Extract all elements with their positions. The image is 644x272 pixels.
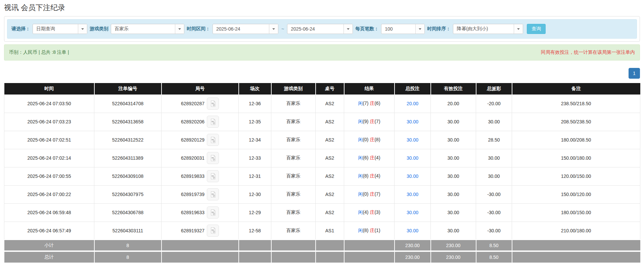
cell-table-no: AS2 — [316, 94, 344, 113]
date-from-select[interactable]: 2025-06-24 — [213, 24, 278, 34]
betting-records-table: 时间 注单编号 局号 场次 游戏类别 桌号 结果 总投注 有效投注 总派彩 备注… — [4, 83, 640, 263]
page-size-select[interactable]: 100 — [381, 24, 425, 34]
cell-round-id: 628920031 — [162, 149, 239, 167]
video-replay-button[interactable] — [207, 206, 219, 219]
result-banker-label: 庄 — [370, 119, 374, 124]
table-row: 2025-06-24 07:00:22 522604307975 6289197… — [4, 185, 640, 203]
summary-bar: 币别：人民币 | 总共 :8 注单 | 同局有效投注，统一计算在该局第一张注单内 — [4, 44, 640, 61]
round-id-text: 628919633 — [181, 210, 204, 215]
total-bet-link[interactable]: 30.00 — [407, 228, 418, 233]
video-replay-button[interactable] — [207, 152, 219, 164]
cell-result: 闲(7) 庄(6) — [344, 94, 395, 113]
result-player-label: 闲 — [358, 228, 363, 233]
page-size-label: 每页笔数： — [355, 26, 379, 32]
result-banker-score: (7) — [374, 191, 380, 197]
page-button-1[interactable]: 1 — [629, 68, 640, 79]
result-banker-label: 庄 — [370, 137, 374, 142]
cell-round-id: 628919833 — [162, 167, 239, 185]
video-replay-button[interactable] — [207, 170, 219, 182]
cell-payout: 28.50 — [476, 131, 512, 149]
video-replay-button[interactable] — [207, 188, 219, 200]
cell-game-type: 百家乐 — [271, 94, 316, 113]
filter-bar: 请选择： 日期查询 游戏类别 百家乐 时间区间： 2025-06-24 ~ 20… — [7, 19, 637, 39]
total-bet-link[interactable]: 30.00 — [407, 119, 418, 124]
cell-bet-id: 522604312522 — [94, 131, 162, 149]
filter-panel: 请选择： 日期查询 游戏类别 百家乐 时间区间： 2025-06-24 ~ 20… — [4, 16, 640, 42]
search-button[interactable]: 查询 — [527, 24, 546, 34]
video-file-icon — [210, 173, 217, 180]
chevron-down-icon[interactable] — [514, 24, 523, 34]
result-banker-label: 庄 — [370, 191, 374, 197]
result-player-label: 闲 — [358, 191, 363, 197]
game-type-select[interactable]: 百家乐 — [111, 24, 184, 34]
currency-summary-text: 币别：人民币 | 总共 :8 注单 | — [9, 49, 69, 55]
cell-remark: 120.00/150.00 — [512, 167, 640, 185]
cell-remark: 238.50/218.50 — [512, 94, 640, 113]
time-sort-select[interactable]: 降幂(由大到小) — [453, 24, 523, 34]
video-replay-button[interactable] — [207, 134, 219, 146]
cell-valid-bet: 30.00 — [431, 222, 476, 240]
cell-bet-id: 522604306788 — [94, 203, 162, 222]
cell-total-bet: 30.00 — [395, 149, 431, 167]
result-banker-score: (6) — [374, 101, 380, 106]
round-id-text: 628919327 — [181, 228, 204, 233]
result-banker-label: 庄 — [370, 101, 374, 106]
result-banker-label: 庄 — [370, 209, 374, 215]
cell-remark: 210.00/180.00 — [512, 222, 640, 240]
video-replay-button[interactable] — [207, 225, 219, 237]
result-player-score: (4) — [363, 209, 368, 215]
chevron-down-icon[interactable] — [343, 24, 353, 34]
query-type-select[interactable]: 日期查询 — [33, 24, 87, 34]
total-bet-link[interactable]: 30.00 — [407, 155, 418, 161]
header-total-bet: 总投注 — [395, 83, 431, 94]
table-row: 2025-06-24 07:00:55 522604309108 6289198… — [4, 167, 640, 185]
page-title: 视讯 会员下注纪录 — [4, 3, 640, 13]
cell-remark: 150.00/180.00 — [512, 149, 640, 167]
total-bet-link[interactable]: 20.00 — [407, 101, 418, 106]
cell-game-type: 百家乐 — [271, 222, 316, 240]
cell-bet-id: 522604311389 — [94, 149, 162, 167]
cell-time: 2025-06-24 07:00:22 — [4, 185, 94, 203]
valid-bet-note: 同局有效投注，统一计算在该局第一张注单内 — [541, 49, 635, 55]
chevron-down-icon[interactable] — [78, 24, 87, 34]
grand-total-valid-bet: 230.00 — [431, 251, 476, 263]
cell-remark: 180.00/208.50 — [512, 131, 640, 149]
cell-remark: 150.00/120.00 — [512, 185, 640, 203]
cell-round-id: 628919327 — [162, 222, 239, 240]
cell-total-bet: 30.00 — [395, 113, 431, 131]
result-player-label: 闲 — [358, 119, 363, 124]
cell-payout: 30.00 — [476, 167, 512, 185]
cell-valid-bet: 30.00 — [431, 149, 476, 167]
result-banker-score: (3) — [374, 209, 380, 215]
header-remark: 备注 — [512, 83, 640, 94]
total-bet-link[interactable]: 30.00 — [407, 192, 418, 197]
result-player-score: (7) — [363, 101, 368, 106]
cell-time: 2025-06-24 07:02:14 — [4, 149, 94, 167]
total-bet-link[interactable]: 30.00 — [407, 137, 418, 143]
total-bet-link[interactable]: 30.00 — [407, 173, 418, 179]
chevron-down-icon[interactable] — [415, 24, 424, 34]
total-bet-link[interactable]: 30.00 — [407, 210, 418, 215]
cell-result: 闲(6) 庄(4) — [344, 149, 395, 167]
video-file-icon — [210, 137, 217, 144]
grand-total-payout: 8.50 — [476, 251, 512, 263]
subtotal-count: 8 — [94, 240, 162, 251]
result-banker-score: (7) — [374, 119, 380, 124]
result-player-score: (0) — [363, 191, 368, 197]
game-type-label: 游戏类别 — [90, 26, 108, 32]
header-time: 时间 — [4, 83, 94, 94]
cell-game-type: 百家乐 — [271, 167, 316, 185]
chevron-down-icon[interactable] — [175, 24, 184, 34]
query-type-label: 请选择： — [11, 26, 30, 32]
table-row: 2025-06-24 07:03:50 522604314708 6289202… — [4, 94, 640, 113]
cell-result: 闲(0) 庄(8) — [344, 131, 395, 149]
chevron-down-icon[interactable] — [269, 24, 278, 34]
round-id-text: 628919739 — [181, 192, 204, 197]
date-to-select[interactable]: 2025-06-24 — [287, 24, 353, 34]
video-replay-button[interactable] — [207, 98, 219, 110]
cell-table-no: AS2 — [316, 131, 344, 149]
result-banker-label: 庄 — [370, 228, 374, 233]
cell-payout: 30.00 — [476, 149, 512, 167]
video-replay-button[interactable] — [207, 116, 219, 128]
cell-session: 12-33 — [239, 149, 271, 167]
